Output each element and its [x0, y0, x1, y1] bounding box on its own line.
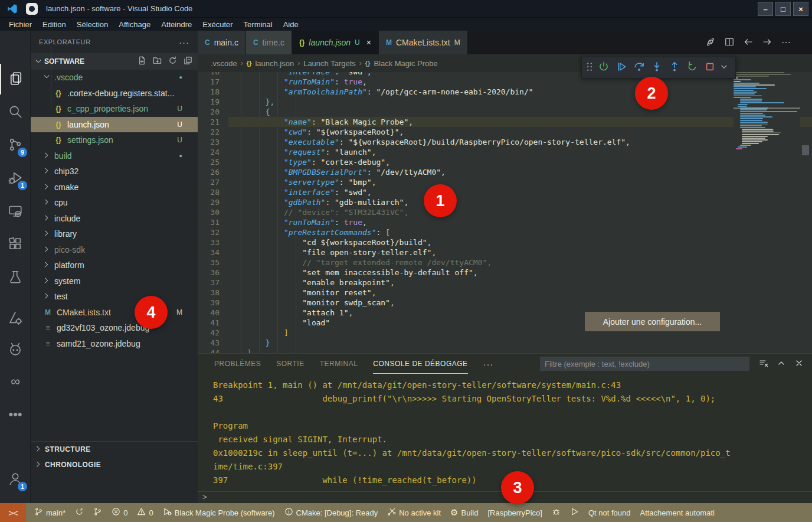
sidebar-section-structure[interactable]: STRUCTURE — [31, 442, 198, 457]
stop-button[interactable] — [702, 60, 718, 76]
add-configuration-button[interactable]: Ajouter une configuration... — [585, 312, 720, 331]
breadcrumb-item[interactable]: Launch Targets — [303, 59, 356, 68]
tab-CMakeLists.txt[interactable]: MCMakeLists.txtM — [379, 31, 468, 54]
breadcrumb-item[interactable]: launch.json — [255, 59, 294, 68]
go-back-icon[interactable] — [744, 37, 753, 48]
breadcrumb-item[interactable]: .vscode — [211, 59, 237, 68]
activity-search[interactable] — [0, 97, 31, 128]
open-changes-icon[interactable] — [706, 37, 715, 48]
tree-item[interactable]: {}settings.jsonU — [31, 132, 198, 148]
close-tab-icon[interactable]: × — [366, 38, 371, 47]
activity-cmake[interactable] — [0, 303, 31, 334]
debug-console-output[interactable]: Breakpoint 1, main () at /mnt/data/git/o… — [213, 379, 803, 487]
close-button[interactable]: × — [793, 2, 808, 16]
panel-tab-probl-mes[interactable]: PROBLÈMES — [214, 354, 261, 374]
tree-item[interactable]: ≡samd21_ozone.jdebug — [31, 336, 198, 352]
minimap[interactable] — [734, 72, 800, 353]
activity-extensions[interactable] — [0, 229, 31, 260]
code-editor[interactable]: 16 "interface": "swd",17 "runToMain": tr… — [198, 72, 812, 353]
panel-tab-sortie[interactable]: SORTIE — [276, 354, 304, 374]
continue-button[interactable] — [614, 60, 629, 76]
collapse-all-icon[interactable] — [184, 56, 194, 67]
status-qt-status[interactable]: Qt not found — [584, 503, 636, 522]
menu-item-exécuter[interactable]: Exécuter — [197, 20, 238, 29]
go-forward-icon[interactable] — [762, 37, 772, 48]
menu-item-aide[interactable]: Aide — [278, 20, 304, 29]
power-button[interactable] — [596, 60, 611, 76]
activity-testing[interactable] — [0, 262, 31, 293]
sidebar-more-icon[interactable]: ··· — [179, 37, 189, 47]
workspace-section-header[interactable]: SOFTWARE — [31, 53, 198, 70]
debug-console-filter-input[interactable] — [540, 357, 749, 371]
tree-item[interactable]: chip32 — [31, 164, 198, 180]
tab-time.c[interactable]: Ctime.c — [246, 31, 292, 54]
activity-explorer[interactable] — [0, 64, 31, 94]
tree-item[interactable]: library — [31, 226, 198, 242]
step-out-button[interactable] — [667, 60, 682, 76]
menu-item-affichage[interactable]: Affichage — [113, 20, 156, 29]
menu-item-terminal[interactable]: Terminal — [238, 20, 278, 29]
step-into-button[interactable] — [649, 60, 664, 76]
status-sync-status[interactable] — [70, 503, 89, 522]
tree-item[interactable]: platform — [31, 257, 198, 273]
panel-tab-terminal[interactable]: TERMINAL — [320, 354, 358, 374]
tree-item[interactable]: include — [31, 211, 198, 227]
tree-item[interactable]: {}launch.jsonU — [31, 117, 198, 133]
new-file-icon[interactable] — [137, 56, 148, 67]
split-editor-icon[interactable] — [725, 37, 734, 48]
status-git-branch[interactable]: main* — [30, 503, 70, 522]
tree-item[interactable]: {}c_cpp_properties.jsonU — [31, 101, 198, 117]
drag-handle[interactable] — [585, 60, 594, 76]
activity-platformio[interactable] — [0, 334, 31, 365]
tree-item[interactable]: .vscode● — [31, 70, 198, 86]
minimize-button[interactable]: – — [758, 2, 773, 16]
status-gitlens-branch[interactable] — [89, 503, 107, 522]
activity-run-debug[interactable]: 1 — [0, 163, 31, 194]
tree-item[interactable]: MCMakeLists.txtM — [31, 305, 198, 321]
status-debug-target-icon[interactable] — [547, 503, 565, 522]
activity-source-control[interactable]: 9 — [0, 130, 31, 161]
activity-more-views[interactable]: ••• — [0, 399, 31, 430]
refresh-icon[interactable] — [168, 56, 179, 67]
menu-item-edition[interactable]: Edition — [37, 20, 71, 29]
sidebar-section-chronologie[interactable]: CHRONOLOGIE — [31, 457, 198, 472]
status-auto-attach[interactable]: Attachement automati — [635, 503, 719, 522]
status-remote-indicator[interactable]: >< — [0, 503, 26, 522]
panel-more-icon[interactable]: ··· — [483, 359, 494, 369]
step-over-button[interactable] — [631, 60, 647, 76]
panel-tab-console-de-d-bogage[interactable]: CONSOLE DE DÉBOGAGE — [373, 354, 467, 374]
tab-launch.json[interactable]: {}launch.jsonU× — [292, 31, 379, 54]
status-cmake-status[interactable]: CMake: [Debug]: Ready — [280, 503, 383, 522]
restart-button[interactable] — [685, 60, 700, 76]
maximize-panel-icon[interactable] — [777, 358, 786, 370]
status-cmake-variant[interactable]: [RaspberryPico] — [483, 503, 546, 522]
menu-item-sélection[interactable]: Sélection — [71, 20, 113, 29]
status-cmake-build[interactable]: ⚙Build — [446, 503, 483, 522]
tree-item[interactable]: build● — [31, 148, 198, 164]
breadcrumb-item[interactable]: Black Magic Probe — [374, 59, 437, 68]
status-debug-configuration[interactable]: Black Magic Probe (software) — [158, 503, 280, 522]
menu-item-fichier[interactable]: Fichier — [4, 20, 37, 29]
more-actions-icon[interactable]: ··· — [781, 37, 791, 48]
status-cmake-kit[interactable]: No active kit — [382, 503, 446, 522]
status-launch-target-icon[interactable] — [565, 503, 584, 522]
tree-item[interactable]: pico-sdk — [31, 242, 198, 258]
tree-item[interactable]: cmake — [31, 180, 198, 195]
tree-item[interactable]: system — [31, 273, 198, 289]
clear-filter-icon[interactable] — [759, 358, 768, 370]
editor-scrollbar-thumb[interactable] — [802, 145, 809, 155]
new-folder-icon[interactable] — [153, 56, 163, 67]
tab-main.c[interactable]: Cmain.c — [198, 31, 246, 54]
close-panel-icon[interactable] — [794, 358, 804, 370]
activity-account[interactable]: 1 — [0, 464, 31, 495]
status-warnings-count[interactable]: 0 — [132, 503, 158, 522]
tree-item[interactable]: cpu — [31, 195, 198, 211]
activity-remote-explorer[interactable] — [0, 196, 31, 227]
maximize-button[interactable]: □ — [775, 2, 791, 16]
stop-dropdown-chevron[interactable] — [720, 60, 728, 76]
tree-item[interactable]: ≡gd32vf103_ozone.jdebug — [31, 320, 198, 336]
menu-item-atteindre[interactable]: Atteindre — [156, 20, 197, 29]
tree-item[interactable]: test — [31, 289, 198, 305]
status-errors-count[interactable]: 0 — [107, 503, 132, 522]
activity-visual-studio[interactable]: ∞ — [0, 366, 31, 397]
